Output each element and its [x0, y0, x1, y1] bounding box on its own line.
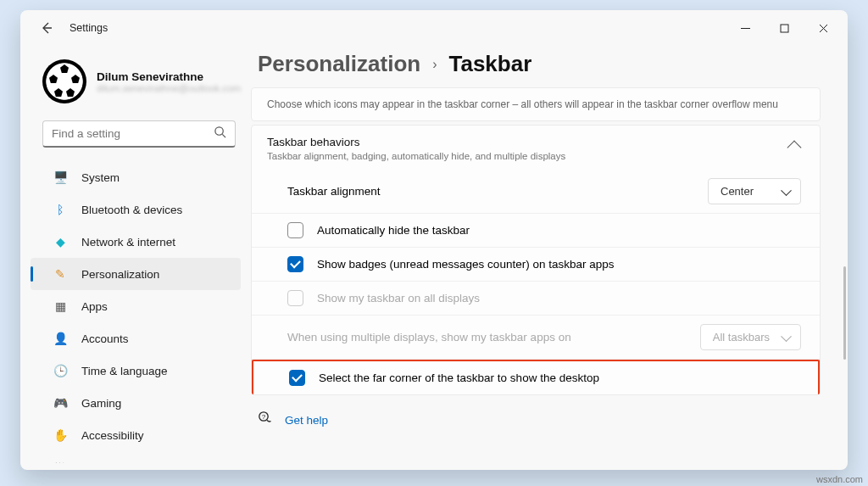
breadcrumb: Personalization › Taskbar — [251, 49, 824, 87]
bluetooth-devices-icon: ᛒ — [53, 202, 68, 217]
settings-window: Settings Dilum Senevirathne dilum.senevi… — [20, 10, 848, 470]
taskbar-behaviors-card: Taskbar behaviors Taskbar alignment, bad… — [251, 125, 821, 395]
behaviors-title: Taskbar behaviors — [267, 136, 565, 148]
badges-label: Show badges (unread messages counter) on… — [317, 258, 801, 271]
all-displays-row: Show my taskbar on all displays — [252, 282, 820, 316]
badges-row[interactable]: Show badges (unread messages counter) on… — [252, 248, 820, 282]
multi-display-row: When using multiple displays, show my ta… — [252, 316, 820, 360]
sidebar-item-label: Apps — [81, 300, 108, 313]
badges-checkbox[interactable] — [287, 256, 303, 272]
multi-display-select: All taskbars — [700, 324, 801, 350]
sidebar-item-label: Accounts — [81, 332, 129, 345]
sidebar-item-gaming[interactable]: 🎮Gaming — [31, 387, 241, 419]
all-displays-label: Show my taskbar on all displays — [317, 292, 801, 304]
sidebar-item-time-language[interactable]: 🕒Time & language — [31, 355, 241, 387]
settings-panel: Choose which icons may appear in the tas… — [251, 87, 824, 461]
time-language-icon: 🕒 — [53, 363, 68, 378]
sidebar-item-apps[interactable]: ▦Apps — [31, 290, 241, 322]
close-button[interactable] — [804, 11, 843, 45]
sidebar-item-label: System — [81, 171, 120, 184]
watermark: wsxdn.com — [816, 474, 863, 484]
multi-display-label: When using multiple displays, show my ta… — [287, 331, 700, 344]
titlebar: Settings — [20, 10, 848, 46]
alignment-label: Taskbar alignment — [287, 185, 708, 198]
scrollbar-thumb[interactable] — [843, 266, 846, 360]
all-displays-checkbox — [287, 290, 303, 306]
help-row: ? Get help — [251, 399, 821, 433]
privacy-security-icon: 🛡 — [53, 460, 68, 463]
back-button[interactable] — [34, 15, 59, 41]
svg-line-3 — [222, 134, 225, 137]
sidebar-item-label: Privacy & security — [81, 461, 172, 463]
get-help-link[interactable]: Get help — [285, 414, 328, 427]
search-input[interactable] — [52, 127, 214, 140]
sidebar-item-network-internet[interactable]: ◆Network & internet — [31, 226, 241, 258]
maximize-button[interactable] — [765, 11, 804, 45]
window-controls — [726, 11, 843, 45]
sidebar-item-accessibility[interactable]: ✋Accessibility — [31, 419, 241, 451]
nav-list: 🖥️SystemᛒBluetooth & devices◆Network & i… — [27, 158, 251, 463]
alignment-row: Taskbar alignment Center — [252, 170, 820, 214]
chevron-right-icon: › — [432, 57, 437, 72]
svg-rect-1 — [781, 25, 788, 32]
breadcrumb-parent[interactable]: Personalization — [258, 51, 420, 77]
behaviors-header[interactable]: Taskbar behaviors Taskbar alignment, bad… — [252, 126, 820, 170]
minimize-button[interactable] — [726, 11, 765, 45]
network-internet-icon: ◆ — [53, 234, 68, 249]
profile-name: Dilum Senevirathne — [97, 70, 241, 83]
search-icon — [214, 126, 226, 142]
avatar — [42, 59, 86, 103]
sidebar-item-label: Gaming — [81, 397, 121, 410]
alignment-select[interactable]: Center — [708, 178, 801, 204]
sidebar-item-system[interactable]: 🖥️System — [31, 161, 241, 193]
sidebar-item-label: Time & language — [81, 365, 168, 377]
main-area: Dilum Senevirathne dilum.senevirathne@ou… — [20, 46, 848, 470]
sidebar: Dilum Senevirathne dilum.senevirathne@ou… — [20, 46, 251, 470]
personalization-icon: ✎ — [53, 266, 68, 282]
content-pane: Personalization › Taskbar Choose which i… — [251, 46, 848, 470]
accessibility-icon: ✋ — [53, 427, 68, 443]
far-corner-checkbox[interactable] — [289, 370, 305, 386]
behaviors-subtitle: Taskbar alignment, badging, automaticall… — [267, 151, 565, 161]
profile-block[interactable]: Dilum Senevirathne dilum.senevirathne@ou… — [27, 53, 251, 115]
sidebar-item-privacy-security[interactable]: 🛡Privacy & security — [31, 451, 241, 463]
chevron-up-icon — [787, 141, 802, 155]
app-title: Settings — [70, 22, 108, 34]
far-corner-row[interactable]: Select the far corner of the taskbar to … — [252, 360, 820, 394]
help-icon: ? — [258, 411, 273, 429]
gaming-icon: 🎮 — [53, 395, 68, 411]
sidebar-item-label: Network & internet — [81, 236, 175, 249]
auto-hide-row[interactable]: Automatically hide the taskbar — [252, 214, 820, 248]
overflow-description: Choose which icons may appear in the tas… — [267, 98, 804, 110]
sidebar-item-bluetooth-devices[interactable]: ᛒBluetooth & devices — [31, 193, 241, 226]
system-icon: 🖥️ — [53, 170, 68, 185]
sidebar-item-label: Personalization — [81, 268, 159, 281]
auto-hide-checkbox[interactable] — [287, 222, 303, 238]
breadcrumb-current: Taskbar — [448, 51, 531, 77]
sidebar-item-label: Accessibility — [81, 429, 144, 442]
accounts-icon: 👤 — [53, 331, 68, 346]
profile-email: dilum.senevirathne@outlook.com — [97, 83, 241, 93]
overflow-card[interactable]: Choose which icons may appear in the tas… — [251, 87, 821, 121]
apps-icon: ▦ — [53, 299, 68, 314]
sidebar-item-label: Bluetooth & devices — [81, 204, 182, 216]
search-box[interactable] — [42, 120, 236, 148]
auto-hide-label: Automatically hide the taskbar — [317, 224, 801, 237]
svg-point-2 — [215, 127, 223, 135]
sidebar-item-personalization[interactable]: ✎Personalization — [31, 258, 241, 290]
sidebar-item-accounts[interactable]: 👤Accounts — [31, 322, 241, 355]
far-corner-label: Select the far corner of the taskbar to … — [319, 371, 799, 384]
svg-text:?: ? — [262, 413, 266, 421]
